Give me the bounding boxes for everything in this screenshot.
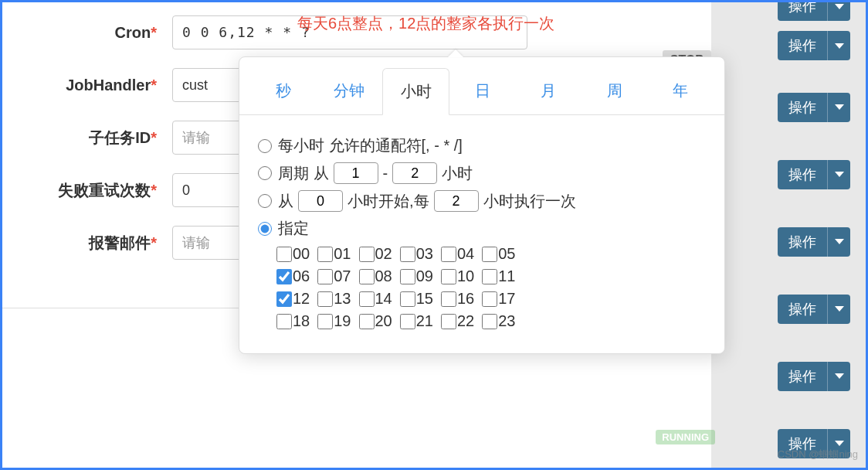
tab-month[interactable]: 月 xyxy=(516,68,581,114)
opt-start-row[interactable]: 从 小时开始,每 小时执行一次 xyxy=(258,190,706,212)
hour-checkbox-18[interactable] xyxy=(276,314,292,329)
hour-check-06[interactable]: 06 xyxy=(276,267,310,285)
hour-check-09[interactable]: 09 xyxy=(400,267,433,285)
opt-spec-row[interactable]: 指定 xyxy=(258,218,706,239)
cron-popover: 秒 分钟 小时 日 月 周 年 每小时 允许的通配符[, - * /] 周期 从… xyxy=(239,56,725,354)
hour-check-18[interactable]: 18 xyxy=(276,312,310,330)
hour-checkbox-07[interactable] xyxy=(317,269,333,284)
hour-checkbox-12[interactable] xyxy=(276,291,292,307)
hour-check-15[interactable]: 15 xyxy=(400,290,433,308)
tab-year[interactable]: 年 xyxy=(648,68,714,114)
tab-hour-body: 每小时 允许的通配符[, - * /] 周期 从 - 小时 从 小时开始,每 小… xyxy=(239,115,724,353)
hour-checkbox-16[interactable] xyxy=(441,291,456,307)
hour-check-16[interactable]: 16 xyxy=(441,290,474,308)
app-frame: STOP RUNNING 操作 操作 操作 操作 操作 操作 操作 操作 Cro… xyxy=(0,0,868,470)
cron-label: Cron* xyxy=(18,24,172,42)
opt-cycle-radio[interactable] xyxy=(258,166,272,180)
opt-every-label: 每小时 允许的通配符[, - * /] xyxy=(278,135,463,156)
hour-checkbox-04[interactable] xyxy=(441,247,456,262)
action-button-5[interactable]: 操作 xyxy=(778,295,850,324)
tab-day[interactable]: 日 xyxy=(449,68,515,114)
hour-check-10[interactable]: 10 xyxy=(441,267,474,285)
hour-checkbox-22[interactable] xyxy=(441,314,456,329)
hour-checkbox-10[interactable] xyxy=(441,269,456,284)
hour-check-03[interactable]: 03 xyxy=(400,245,433,263)
hour-check-19[interactable]: 19 xyxy=(317,312,351,330)
hour-checkbox-14[interactable] xyxy=(359,291,375,307)
hour-checkbox-03[interactable] xyxy=(400,247,415,262)
action-button-1[interactable]: 操作 xyxy=(778,31,850,60)
opt-cycle-row[interactable]: 周期 从 - 小时 xyxy=(258,162,706,184)
hour-check-13[interactable]: 13 xyxy=(317,290,351,308)
hour-checkbox-09[interactable] xyxy=(400,269,415,284)
hour-checkbox-20[interactable] xyxy=(359,314,375,329)
chevron-down-icon xyxy=(827,295,850,324)
action-button-4[interactable]: 操作 xyxy=(778,227,850,257)
opt-spec-label: 指定 xyxy=(278,218,309,239)
hour-checkbox-05[interactable] xyxy=(482,247,497,262)
hour-check-01[interactable]: 01 xyxy=(317,245,351,263)
cron-tabs: 秒 分钟 小时 日 月 周 年 xyxy=(239,68,724,115)
cycle-from-input[interactable] xyxy=(334,162,378,184)
chevron-down-icon xyxy=(827,227,850,257)
opt-spec-radio[interactable] xyxy=(258,222,272,236)
action-button-3[interactable]: 操作 xyxy=(778,160,850,189)
hour-check-02[interactable]: 02 xyxy=(359,245,392,263)
tab-hour[interactable]: 小时 xyxy=(382,68,449,115)
jobhandler-label: JobHandler* xyxy=(18,77,172,94)
hour-checkbox-23[interactable] xyxy=(482,314,497,329)
hour-check-05[interactable]: 05 xyxy=(482,245,515,263)
retry-label: 失败重试次数* xyxy=(18,180,172,201)
hour-checkbox-01[interactable] xyxy=(317,247,333,262)
running-badge: RUNNING xyxy=(656,430,715,444)
hour-check-21[interactable]: 21 xyxy=(400,312,433,330)
opt-every-radio[interactable] xyxy=(258,139,272,153)
hour-check-14[interactable]: 14 xyxy=(359,290,392,308)
opt-every-row[interactable]: 每小时 允许的通配符[, - * /] xyxy=(258,135,706,156)
hour-checkbox-21[interactable] xyxy=(400,314,415,329)
action-button-2[interactable]: 操作 xyxy=(778,93,850,122)
chevron-down-icon xyxy=(827,93,850,122)
hour-checkbox-13[interactable] xyxy=(317,291,333,307)
tab-week[interactable]: 周 xyxy=(581,68,647,114)
subtask-label: 子任务ID* xyxy=(18,128,172,148)
hour-checkbox-17[interactable] xyxy=(482,291,497,307)
cycle-to-input[interactable] xyxy=(392,162,437,184)
hour-check-07[interactable]: 07 xyxy=(317,267,351,285)
hour-check-17[interactable]: 17 xyxy=(482,290,515,308)
hour-check-12[interactable]: 12 xyxy=(276,290,310,308)
watermark: CSDN @蝈蝈ning xyxy=(778,448,858,461)
hour-checkbox-08[interactable] xyxy=(359,269,375,284)
hour-checkbox-02[interactable] xyxy=(359,247,375,262)
hour-check-00[interactable]: 00 xyxy=(276,245,310,263)
chevron-down-icon xyxy=(827,362,850,391)
hour-check-04[interactable]: 04 xyxy=(441,245,474,263)
cron-note: 每天6点整点，12点的整家各执行一次 xyxy=(297,13,554,34)
action-buttons-column: 操作 操作 操作 操作 操作 操作 操作 操作 xyxy=(778,2,850,470)
hour-checkbox-15[interactable] xyxy=(400,291,415,307)
action-button-6[interactable]: 操作 xyxy=(778,362,850,391)
hour-check-grid: 0001020304050607080910111213141516171819… xyxy=(276,245,706,330)
start-step-input[interactable] xyxy=(434,190,479,212)
hour-checkbox-11[interactable] xyxy=(482,269,497,284)
tab-second[interactable]: 秒 xyxy=(250,68,316,114)
opt-start-radio[interactable] xyxy=(258,194,272,208)
hour-check-20[interactable]: 20 xyxy=(359,312,392,330)
hour-checkbox-00[interactable] xyxy=(276,247,292,262)
hour-checkbox-19[interactable] xyxy=(317,314,333,329)
chevron-down-icon xyxy=(827,31,850,60)
chevron-down-icon xyxy=(827,160,850,189)
start-from-input[interactable] xyxy=(298,190,343,212)
hour-check-08[interactable]: 08 xyxy=(359,267,392,285)
alarm-label: 报警邮件* xyxy=(18,233,172,254)
hour-check-23[interactable]: 23 xyxy=(482,312,515,330)
hour-check-22[interactable]: 22 xyxy=(441,312,474,330)
tab-minute[interactable]: 分钟 xyxy=(316,68,381,114)
popover-arrow-icon xyxy=(448,49,463,57)
hour-check-11[interactable]: 11 xyxy=(482,267,515,285)
hour-checkbox-06[interactable] xyxy=(276,269,292,284)
